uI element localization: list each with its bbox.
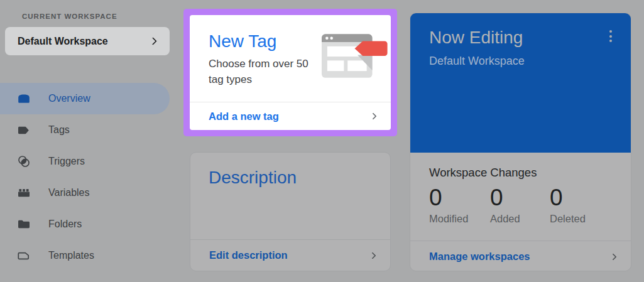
now-editing-card: Now Editing Default Workspace Workspace …: [410, 13, 631, 271]
sidebar-item-tags[interactable]: Tags: [0, 114, 182, 146]
new-tag-title: New Tag: [209, 31, 322, 52]
sidebar-item-folders[interactable]: Folders: [0, 209, 182, 240]
stat-modified: 0 Modified: [429, 184, 490, 225]
now-editing-workspace-name: Default Workspace: [429, 55, 614, 68]
stat-label: Deleted: [550, 213, 586, 225]
sidebar-item-label: Variables: [48, 187, 90, 198]
sidebar-item-label: Overview: [48, 93, 90, 104]
manage-workspaces-row[interactable]: Manage workspaces: [410, 241, 631, 271]
description-title: Description: [190, 153, 390, 188]
sidebar-item-label: Tags: [48, 124, 70, 136]
sidebar-item-triggers[interactable]: Triggers: [0, 146, 182, 177]
new-tag-card: New Tag Choose from over 50 tag types Ad…: [190, 15, 391, 130]
sidebar-item-label: Folders: [48, 219, 82, 230]
triggers-icon: [17, 155, 31, 168]
folder-icon: [17, 217, 31, 231]
now-editing-title: Now Editing: [429, 28, 523, 48]
variables-icon: [17, 186, 31, 200]
workspace-selector-button[interactable]: Default Workspace: [5, 27, 170, 55]
sidebar-item-variables[interactable]: Variables: [0, 177, 182, 209]
workspace-changes-title: Workspace Changes: [429, 166, 612, 180]
workspace-selector-label: Default Workspace: [18, 36, 108, 47]
chevron-right-icon: [369, 252, 376, 259]
stat-label: Modified: [429, 213, 490, 225]
chevron-right-icon: [369, 112, 376, 119]
stat-value: 0: [550, 184, 586, 212]
new-tag-subtitle: Choose from over 50 tag types: [209, 56, 322, 87]
description-card: Description Edit description: [190, 152, 391, 271]
new-tag-spotlight-frame: New Tag Choose from over 50 tag types Ad…: [183, 9, 397, 136]
edit-description-row[interactable]: Edit description: [190, 239, 390, 271]
stat-label: Added: [490, 213, 550, 225]
new-tag-card-body: New Tag Choose from over 50 tag types: [190, 15, 391, 102]
sidebar-item-label: Triggers: [48, 156, 85, 167]
sidebar-item-templates[interactable]: Templates: [0, 240, 182, 271]
template-icon: [17, 249, 31, 263]
workspace-changes-section: Workspace Changes 0 Modified 0 Added 0 D…: [410, 153, 631, 271]
stat-value: 0: [490, 184, 550, 212]
overview-icon: [17, 92, 31, 106]
new-tag-text-block: New Tag Choose from over 50 tag types: [209, 26, 322, 102]
edit-description-link[interactable]: Edit description: [209, 249, 288, 261]
current-workspace-label: CURRENT WORKSPACE: [22, 13, 117, 20]
workspace-changes-stats: 0 Modified 0 Added 0 Deleted: [429, 184, 612, 225]
sidebar-item-label: Templates: [48, 250, 94, 261]
sidebar-item-overview[interactable]: Overview: [0, 83, 170, 114]
add-new-tag-link[interactable]: Add a new tag: [209, 111, 279, 122]
sidebar-nav: Overview Tags Triggers: [0, 83, 182, 271]
now-editing-header-section: Now Editing Default Workspace: [410, 13, 631, 153]
stat-value: 0: [429, 184, 490, 212]
tag-icon: [17, 123, 31, 137]
kebab-menu-icon[interactable]: [607, 28, 614, 45]
stat-deleted: 0 Deleted: [550, 184, 586, 225]
sidebar: CURRENT WORKSPACE Default Workspace Over…: [0, 0, 182, 282]
chevron-right-icon: [609, 253, 616, 260]
stat-added: 0 Added: [490, 184, 550, 225]
chevron-right-icon: [149, 37, 157, 45]
manage-workspaces-link[interactable]: Manage workspaces: [429, 251, 530, 263]
browser-window-with-red-tag-icon: [322, 34, 390, 79]
add-new-tag-row[interactable]: Add a new tag: [190, 102, 391, 130]
